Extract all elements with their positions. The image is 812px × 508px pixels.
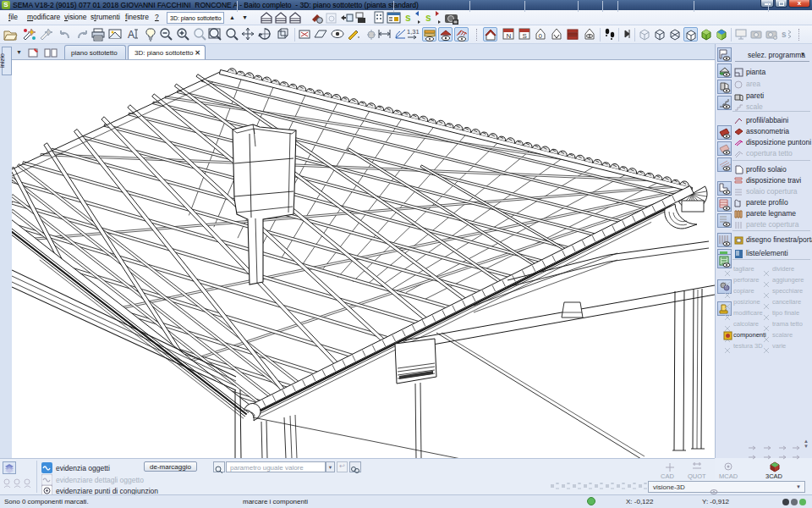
svg-text:N: N (507, 32, 512, 40)
svg-text:A: A (128, 29, 134, 41)
svg-text:0: 0 (539, 32, 543, 40)
svg-text:1,31: 1,31 (407, 28, 420, 36)
svg-text:s: s (425, 12, 431, 24)
svg-text:s: s (405, 12, 411, 24)
svg-text:S: S (523, 32, 527, 40)
svg-text:s: s (782, 30, 787, 39)
